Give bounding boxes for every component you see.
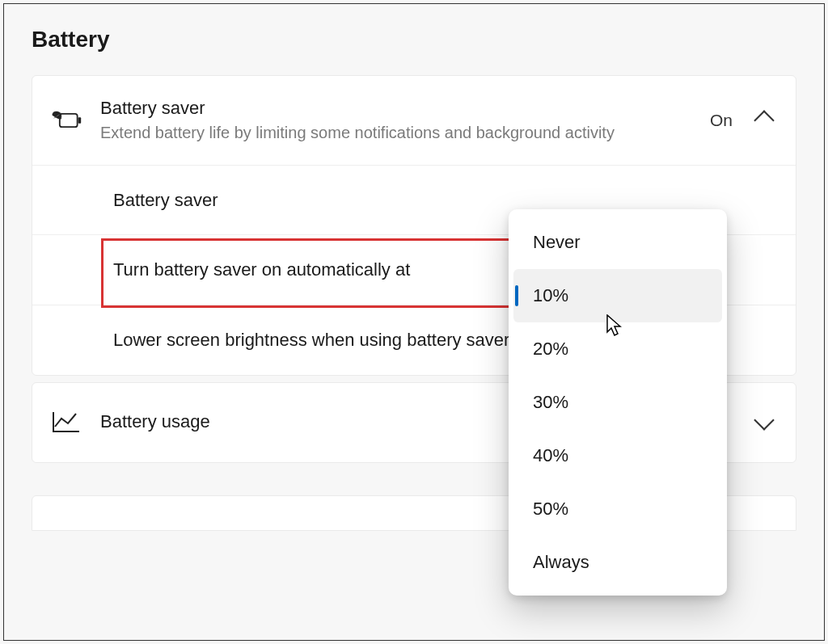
dropdown-option-10[interactable]: 10% bbox=[513, 269, 722, 322]
battery-saver-title: Battery saver bbox=[100, 97, 692, 120]
chevron-down-icon bbox=[754, 410, 774, 430]
svg-rect-1 bbox=[78, 117, 82, 123]
dropdown-option-20[interactable]: 20% bbox=[513, 322, 722, 376]
chart-icon bbox=[50, 410, 82, 435]
dropdown-option-30[interactable]: 30% bbox=[513, 376, 722, 429]
battery-saver-subtitle: Extend battery life by limiting some not… bbox=[100, 122, 692, 144]
battery-saver-status: On bbox=[710, 111, 733, 130]
svg-rect-0 bbox=[60, 114, 78, 127]
battery-saver-row-label: Battery saver bbox=[113, 188, 771, 213]
threshold-dropdown: Never 10% 20% 30% 40% 50% Always bbox=[509, 209, 727, 596]
battery-saver-leaf-icon bbox=[50, 108, 82, 133]
battery-saver-header[interactable]: Battery saver Extend battery life by lim… bbox=[32, 76, 796, 166]
brightness-label: Lower screen brightness when using batte… bbox=[113, 328, 521, 352]
dropdown-option-never[interactable]: Never bbox=[513, 216, 722, 269]
page-title: Battery bbox=[32, 27, 796, 53]
dropdown-option-40[interactable]: 40% bbox=[513, 429, 722, 482]
dropdown-option-50[interactable]: 50% bbox=[513, 482, 722, 536]
dropdown-option-always[interactable]: Always bbox=[513, 536, 722, 589]
chevron-up-icon bbox=[754, 110, 774, 130]
settings-panel: Battery Battery saver Extend battery lif… bbox=[3, 3, 825, 641]
